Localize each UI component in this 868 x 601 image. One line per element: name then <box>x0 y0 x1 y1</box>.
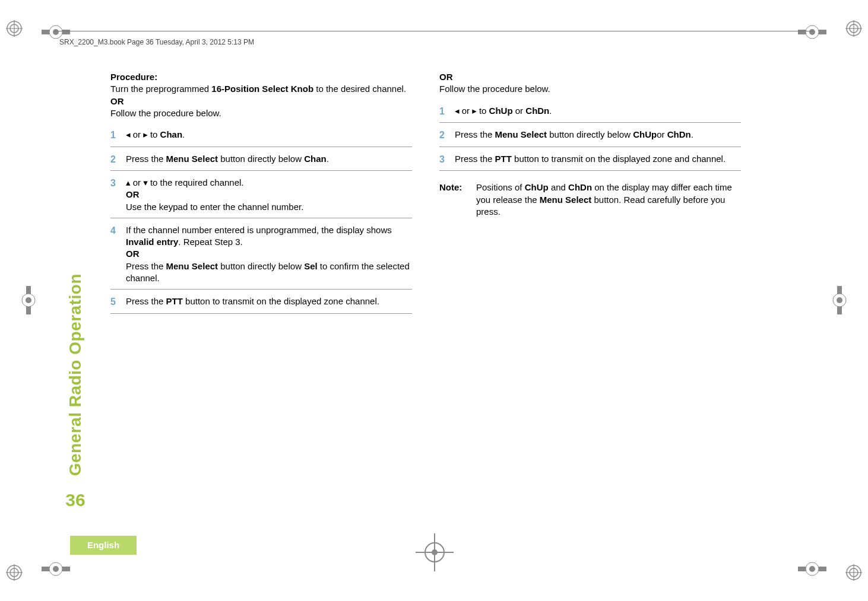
text-bold: Menu Select <box>166 154 218 164</box>
section-label: General Radio Operation <box>66 274 85 476</box>
ui-label: Chan <box>160 129 183 139</box>
right-icon: ▸ <box>472 106 477 116</box>
running-head: SRX_2200_M3.book Page 36 Tuesday, April … <box>59 38 254 46</box>
ui-label: Chan <box>304 154 327 164</box>
procedure-intro: Turn the preprogrammed 16-Position Selec… <box>110 83 412 95</box>
text: to the desired channel. <box>313 84 406 94</box>
registration-mark-icon <box>6 20 23 37</box>
text-bold: PTT <box>166 296 183 306</box>
svg-point-33 <box>837 297 842 303</box>
step-number: 1 <box>439 105 455 118</box>
step-body: Press the PTT button to transmit on the … <box>126 295 412 309</box>
side-column: General Radio Operation 36 <box>62 71 89 510</box>
text: or <box>513 106 526 116</box>
step-number: 3 <box>439 153 455 166</box>
column-right: OR Follow the procedure below. 1 ◂ or ▸ … <box>439 71 741 510</box>
text: . Repeat Step 3. <box>178 237 242 247</box>
text: . <box>691 129 693 139</box>
text: or <box>657 129 667 139</box>
text: Press the <box>126 261 166 271</box>
ui-label: Invalid entry <box>126 237 178 247</box>
text: Press the <box>126 296 166 306</box>
step-row: 2 Press the Menu Select button directly … <box>439 125 741 147</box>
text: Use the keypad to enter the channel numb… <box>126 201 412 213</box>
header-rule <box>55 31 813 31</box>
step-row: 4 If the channel number entered is unpro… <box>110 221 412 290</box>
step-number: 4 <box>110 224 126 284</box>
text: button directly below <box>218 261 304 271</box>
text: button to transmit on the displayed zone… <box>183 296 379 306</box>
page: SRX_2200_M3.book Page 36 Tuesday, April … <box>0 0 868 601</box>
step-number: 2 <box>110 153 126 166</box>
ui-label: Sel <box>304 261 318 271</box>
ui-label: ChDn <box>525 106 549 116</box>
text: button directly below <box>218 154 304 164</box>
text: or <box>131 129 144 139</box>
ui-label: ChDn <box>667 129 691 139</box>
step-number: 1 <box>110 129 126 142</box>
hinge-icon <box>825 286 854 314</box>
step-row: 1 ◂ or ▸ to Chan. <box>110 125 412 147</box>
text: Press the Menu Select button directly be… <box>126 260 412 285</box>
text: Positions of <box>476 182 525 192</box>
text: Press the <box>455 129 495 139</box>
registration-mark-icon <box>6 564 23 581</box>
or-label: OR <box>126 189 412 201</box>
left-icon: ◂ <box>455 106 460 116</box>
text: . <box>182 129 185 139</box>
procedure-heading: Procedure: <box>110 72 157 82</box>
or-label: OR <box>110 96 412 107</box>
note-block: Note: Positions of ChUp and ChDn on the … <box>439 182 741 218</box>
right-icon: ▸ <box>143 129 148 140</box>
step-body: ◂ or ▸ to Chan. <box>126 129 412 142</box>
language-tab: English <box>70 536 137 555</box>
text: If the channel number entered is unprogr… <box>126 225 392 235</box>
left-icon: ◂ <box>126 129 131 140</box>
ui-label: ChUp <box>525 182 549 192</box>
step-body: ◂ or ▸ to ChUp or ChDn. <box>455 105 741 118</box>
step-body: If the channel number entered is unprogr… <box>126 224 412 284</box>
text: Press the <box>126 154 166 164</box>
text-bold: PTT <box>495 154 512 164</box>
registration-mark-icon <box>845 564 862 581</box>
follow-text: Follow the procedure below. <box>439 83 741 95</box>
registration-mark-icon <box>845 20 862 37</box>
step-number: 3 <box>110 177 126 213</box>
or-label: OR <box>439 71 741 83</box>
hinge-icon <box>798 18 826 46</box>
text: button directly below <box>547 129 633 139</box>
text-columns: Procedure: Turn the preprogrammed 16-Pos… <box>110 71 810 510</box>
step-row: 3 ▴ or ▾ to the required channel. OR Use… <box>110 173 412 218</box>
svg-point-21 <box>809 29 815 35</box>
text-bold: 16-Position Select Knob <box>211 84 313 94</box>
text: Turn the preprogrammed <box>110 84 211 94</box>
note-label: Note: <box>439 182 476 218</box>
step-row: 1 ◂ or ▸ to ChUp or ChDn. <box>439 101 741 123</box>
text-bold: Menu Select <box>495 129 547 139</box>
svg-point-37 <box>432 549 438 555</box>
svg-point-18 <box>53 29 59 35</box>
crosshair-icon <box>416 533 454 571</box>
step-list: 1 ◂ or ▸ to ChUp or ChDn. 2 Press the Me… <box>439 101 741 171</box>
ui-label: ChUp <box>489 106 513 116</box>
step-list: 1 ◂ or ▸ to Chan. 2 Press the Menu Selec… <box>110 125 412 314</box>
text: . <box>327 154 329 164</box>
page-number: 36 <box>65 490 85 510</box>
svg-point-30 <box>26 297 31 303</box>
step-number: 5 <box>110 295 126 309</box>
hinge-icon <box>14 286 43 314</box>
text: button to transmit on the displayed zone… <box>512 154 726 164</box>
step-row: 3 Press the PTT button to transmit on th… <box>439 150 741 171</box>
text: Press the <box>455 154 495 164</box>
step-body: Press the PTT button to transmit on the … <box>455 153 741 166</box>
or-label: OR <box>126 248 412 260</box>
text: to the required channel. <box>148 177 244 187</box>
svg-point-24 <box>53 566 59 572</box>
text: . <box>549 106 552 116</box>
text-bold: Menu Select <box>166 261 218 271</box>
step-row: 2 Press the Menu Select button directly … <box>110 150 412 171</box>
hinge-icon <box>798 555 826 583</box>
hinge-icon <box>42 555 70 583</box>
text: to <box>148 129 160 139</box>
text: or <box>131 177 144 187</box>
